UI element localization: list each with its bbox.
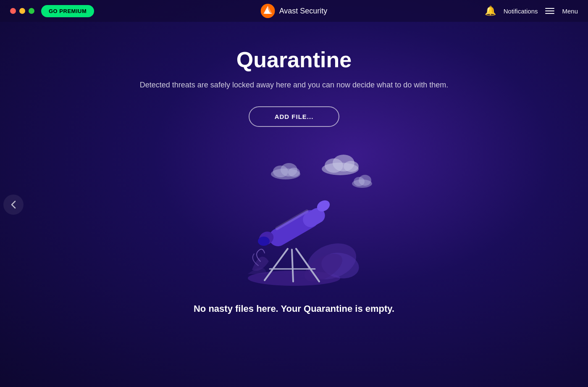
main-content: Quarantine Detected threats are safely l… (0, 22, 588, 314)
app-window: GO PREMIUM Avast Security 🔔 Notification… (0, 0, 588, 387)
menu-label[interactable]: Menu (562, 8, 578, 15)
title-bar: GO PREMIUM Avast Security 🔔 Notification… (0, 0, 588, 22)
cloud-1-icon (269, 161, 302, 179)
go-premium-button[interactable]: GO PREMIUM (41, 5, 94, 17)
minimize-button[interactable] (19, 8, 25, 14)
maximize-button[interactable] (29, 8, 34, 14)
page-subtitle: Detected threats are safely locked away … (140, 81, 448, 90)
hamburger-menu-icon[interactable] (545, 8, 554, 14)
window-controls (10, 8, 34, 14)
title-bar-center: Avast Security (261, 4, 328, 18)
title-bar-left: GO PREMIUM (10, 5, 94, 17)
notification-bell-icon[interactable]: 🔔 (485, 5, 496, 16)
empty-state-label: No nasty files here. Your Quarantine is … (194, 303, 394, 314)
svg-point-4 (288, 168, 300, 177)
cloud-2-icon (319, 152, 361, 175)
notifications-label[interactable]: Notifications (504, 8, 538, 15)
add-file-button[interactable]: ADD FILE... (249, 106, 340, 127)
svg-point-8 (344, 161, 359, 172)
page-title: Quarantine (236, 47, 352, 72)
title-bar-right: 🔔 Notifications Menu (485, 5, 578, 16)
telescope-icon (227, 177, 361, 287)
svg-point-20 (258, 237, 270, 246)
app-title: Avast Security (279, 7, 328, 16)
illustration (210, 152, 378, 287)
avast-logo-icon (261, 4, 275, 18)
close-button[interactable] (10, 8, 16, 14)
